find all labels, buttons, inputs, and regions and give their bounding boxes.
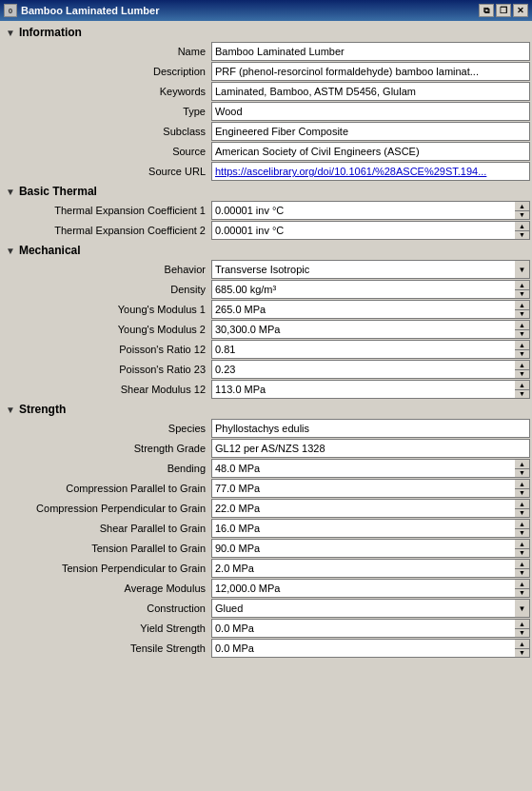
ym1-spinner[interactable]: ▲ ▼ — [515, 300, 530, 319]
window-title: Bamboo Laminated Lumber — [21, 5, 159, 16]
pr12-spinner[interactable]: ▲ ▼ — [515, 340, 530, 359]
behavior-dropdown-btn[interactable]: ▼ — [515, 260, 530, 279]
minmax-button[interactable]: ⧉ — [479, 4, 494, 17]
behavior-value[interactable]: Transverse Isotropic — [211, 260, 515, 279]
density-value[interactable]: 685.00 kg/m³ — [211, 280, 515, 299]
pr23-value[interactable]: 0.23 — [211, 360, 515, 379]
avgmod-spinner[interactable]: ▲ ▼ — [515, 579, 530, 598]
tec2-up[interactable]: ▲ — [515, 222, 529, 231]
cpg-up[interactable]: ▲ — [515, 480, 529, 489]
avgmod-up[interactable]: ▲ — [515, 580, 529, 589]
yield-up[interactable]: ▲ — [515, 620, 529, 629]
ym1-up[interactable]: ▲ — [515, 301, 529, 310]
tpg-value[interactable]: 90.0 MPa — [211, 539, 515, 558]
ym2-spinner[interactable]: ▲ ▼ — [515, 320, 530, 339]
ym2-up[interactable]: ▲ — [515, 321, 529, 330]
ym2-down[interactable]: ▼ — [515, 330, 529, 339]
source-value[interactable]: American Society of Civil Engineers (ASC… — [211, 142, 530, 161]
construction-label: Construction — [2, 603, 211, 614]
pr12-down[interactable]: ▼ — [515, 350, 529, 359]
bending-value[interactable]: 48.0 MPa — [211, 459, 515, 478]
pr23-spinner[interactable]: ▲ ▼ — [515, 360, 530, 379]
tperp-value[interactable]: 2.0 MPa — [211, 559, 515, 578]
yield-down[interactable]: ▼ — [515, 629, 529, 638]
sm12-value[interactable]: 113.0 MPa — [211, 380, 515, 399]
yield-input-group: 0.0 MPa ▲ ▼ — [211, 619, 530, 638]
basic-thermal-section-header[interactable]: ▼ Basic Thermal — [2, 182, 530, 201]
pr12-value[interactable]: 0.81 — [211, 340, 515, 359]
sm12-down[interactable]: ▼ — [515, 390, 529, 399]
pr23-down[interactable]: ▼ — [515, 370, 529, 379]
sm12-up[interactable]: ▲ — [515, 381, 529, 390]
tperp-up[interactable]: ▲ — [515, 560, 529, 569]
bending-spinner[interactable]: ▲ ▼ — [515, 459, 530, 478]
yield-value[interactable]: 0.0 MPa — [211, 619, 515, 638]
cpg-value[interactable]: 77.0 MPa — [211, 479, 515, 498]
bending-up[interactable]: ▲ — [515, 460, 529, 469]
strength-section-header[interactable]: ▼ Strength — [2, 400, 530, 419]
tec2-down[interactable]: ▼ — [515, 231, 529, 240]
tensile-spinner[interactable]: ▲ ▼ — [515, 639, 530, 658]
type-value[interactable]: Wood — [211, 102, 530, 121]
spg-value[interactable]: 16.0 MPa — [211, 519, 515, 538]
description-value[interactable]: PRF (phenol-resorcinol formaldehyde) bam… — [211, 62, 530, 81]
copy-button[interactable]: ❐ — [496, 4, 511, 17]
pr23-up[interactable]: ▲ — [515, 361, 529, 370]
grade-value[interactable]: GL12 per AS/NZS 1328 — [211, 439, 530, 458]
tec1-spinner[interactable]: ▲ ▼ — [515, 201, 530, 220]
tperp-down[interactable]: ▼ — [515, 569, 529, 578]
density-down[interactable]: ▼ — [515, 290, 529, 299]
close-button[interactable]: ✕ — [513, 4, 528, 17]
mechanical-section-header[interactable]: ▼ Mechanical — [2, 241, 530, 260]
basic-thermal-section-content: Thermal Expansion Coefficient 1 0.00001 … — [2, 201, 530, 240]
bending-down[interactable]: ▼ — [515, 469, 529, 478]
cperp-value[interactable]: 22.0 MPa — [211, 499, 515, 518]
name-value[interactable]: Bamboo Laminated Lumber — [211, 42, 530, 61]
subclass-value[interactable]: Engineered Fiber Composite — [211, 122, 530, 141]
tec2-spinner[interactable]: ▲ ▼ — [515, 221, 530, 240]
construction-value[interactable]: Glued — [211, 599, 515, 618]
information-section-header[interactable]: ▼ Information — [2, 23, 530, 42]
cperp-up[interactable]: ▲ — [515, 500, 529, 509]
avgmod-row: Average Modulus 12,000.0 MPa ▲ ▼ — [2, 579, 530, 598]
density-spinner[interactable]: ▲ ▼ — [515, 280, 530, 299]
keywords-value[interactable]: Laminated, Bamboo, ASTM D5456, Glulam — [211, 82, 530, 101]
density-up[interactable]: ▲ — [515, 281, 529, 290]
yield-spinner[interactable]: ▲ ▼ — [515, 619, 530, 638]
tperp-spinner[interactable]: ▲ ▼ — [515, 559, 530, 578]
sm12-spinner[interactable]: ▲ ▼ — [515, 380, 530, 399]
avgmod-down[interactable]: ▼ — [515, 589, 529, 598]
subclass-label: Subclass — [2, 126, 211, 137]
spg-spinner[interactable]: ▲ ▼ — [515, 519, 530, 538]
main-content: ▼ Information Name Bamboo Laminated Lumb… — [0, 21, 532, 661]
spg-down[interactable]: ▼ — [515, 529, 529, 538]
avgmod-value[interactable]: 12,000.0 MPa — [211, 579, 515, 598]
tensile-down[interactable]: ▼ — [515, 649, 529, 658]
cpg-spinner[interactable]: ▲ ▼ — [515, 479, 530, 498]
tpg-up[interactable]: ▲ — [515, 540, 529, 549]
spg-up[interactable]: ▲ — [515, 520, 529, 529]
cperp-down[interactable]: ▼ — [515, 509, 529, 518]
cpg-down[interactable]: ▼ — [515, 489, 529, 498]
tec2-value[interactable]: 0.00001 inv °C — [211, 221, 515, 240]
tpg-down[interactable]: ▼ — [515, 549, 529, 558]
source-url-value[interactable]: https://ascelibrary.org/doi/10.1061/%28A… — [211, 162, 530, 181]
tensile-value[interactable]: 0.0 MPa — [211, 639, 515, 658]
ym1-down[interactable]: ▼ — [515, 310, 529, 319]
tpg-row: Tension Parallel to Grain 90.0 MPa ▲ ▼ — [2, 539, 530, 558]
species-value[interactable]: Phyllostachys edulis — [211, 419, 530, 438]
tec1-value[interactable]: 0.00001 inv °C — [211, 201, 515, 220]
ym1-value[interactable]: 265.0 MPa — [211, 300, 515, 319]
tec2-label: Thermal Expansion Coefficient 2 — [2, 225, 211, 236]
information-label: Information — [19, 26, 82, 39]
ym2-value[interactable]: 30,300.0 MPa — [211, 320, 515, 339]
construction-row: Construction Glued ▼ — [2, 599, 530, 618]
tec1-up[interactable]: ▲ — [515, 202, 529, 211]
tensile-up[interactable]: ▲ — [515, 640, 529, 649]
cperp-spinner[interactable]: ▲ ▼ — [515, 499, 530, 518]
pr12-up[interactable]: ▲ — [515, 341, 529, 350]
tec1-down[interactable]: ▼ — [515, 211, 529, 220]
construction-dropdown-btn[interactable]: ▼ — [515, 599, 530, 618]
tpg-spinner[interactable]: ▲ ▼ — [515, 539, 530, 558]
bending-row: Bending 48.0 MPa ▲ ▼ — [2, 459, 530, 478]
